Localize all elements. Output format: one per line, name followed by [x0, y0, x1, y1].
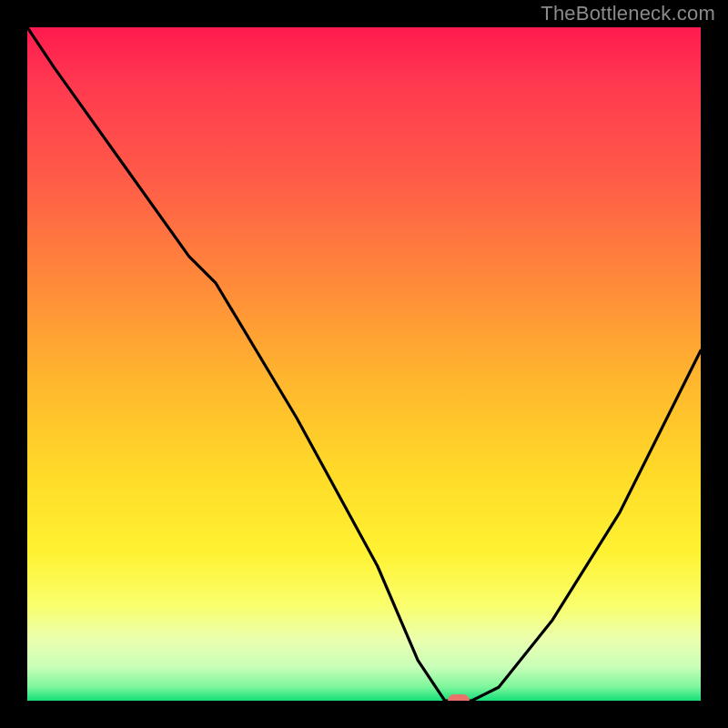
watermark-text: TheBottleneck.com: [541, 2, 715, 25]
chart-frame: TheBottleneck.com: [0, 0, 728, 728]
optimal-marker: [448, 694, 470, 701]
plot-area: [27, 27, 701, 701]
bottleneck-curve: [27, 27, 701, 701]
